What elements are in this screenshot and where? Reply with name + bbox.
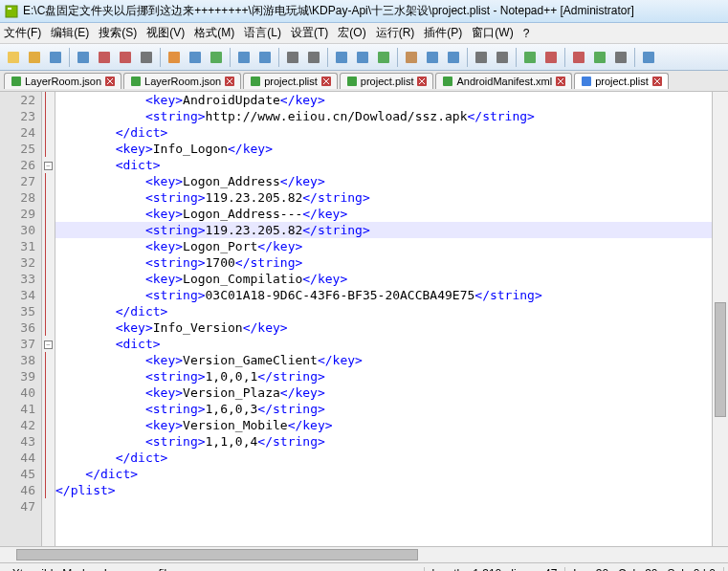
code-line[interactable]: </dict> xyxy=(55,450,712,466)
code-line[interactable]: <key>Info_Version</key> xyxy=(55,319,712,336)
undo-button[interactable] xyxy=(234,48,254,67)
comment-button[interactable] xyxy=(520,48,540,67)
save-all-button[interactable] xyxy=(74,48,93,67)
fold-cell[interactable] xyxy=(42,384,55,401)
code-line[interactable]: <dict> xyxy=(55,336,712,352)
tab[interactable]: project.plist xyxy=(340,73,434,89)
find-button[interactable] xyxy=(283,48,302,67)
code-line[interactable]: <string>1,0,0,1</string> xyxy=(55,368,712,384)
print-button[interactable] xyxy=(137,48,156,67)
fold-cell[interactable]: − xyxy=(42,336,55,352)
fold-cell[interactable] xyxy=(42,238,55,254)
new-button[interactable] xyxy=(4,48,23,67)
uncomment-button[interactable] xyxy=(541,48,561,67)
tab[interactable]: AndroidManifest.xml xyxy=(435,73,572,89)
code-line[interactable]: <key>Logon_Address---</key> xyxy=(55,206,712,222)
code-line[interactable]: <key>Logon_Port</key> xyxy=(55,238,712,254)
fold-cell[interactable] xyxy=(42,319,55,336)
code-line[interactable]: <key>Logon_Address</key> xyxy=(55,173,712,189)
replace-button[interactable] xyxy=(304,48,323,67)
indent-button[interactable] xyxy=(444,48,463,67)
code-line[interactable]: </dict> xyxy=(55,466,712,482)
fold-cell[interactable] xyxy=(42,189,55,206)
record-button[interactable] xyxy=(569,48,588,67)
horizontal-scrollbar[interactable] xyxy=(0,546,728,562)
tab[interactable]: LayerRoom.json xyxy=(4,73,121,89)
code-line[interactable]: <string>03C01A18-9D6C-43F6-BF35-20ACCBA4… xyxy=(55,287,712,303)
fold-cell[interactable] xyxy=(42,352,55,368)
code-line[interactable]: <key>Version_GameClient</key> xyxy=(55,352,712,368)
cut-button[interactable] xyxy=(165,48,184,67)
fold-minus-icon[interactable]: − xyxy=(44,162,53,170)
fold-cell[interactable] xyxy=(42,417,55,433)
redo-button[interactable] xyxy=(255,48,275,67)
menu-item[interactable]: 格式(M) xyxy=(194,25,234,41)
sync-button[interactable] xyxy=(374,48,393,67)
vertical-scrollbar-thumb[interactable] xyxy=(715,302,726,417)
menu-item[interactable]: 语言(L) xyxy=(244,25,281,41)
code-area[interactable]: <key>AndroidUpdate</key> <string>http://… xyxy=(55,92,712,546)
code-line[interactable]: <string>1700</string> xyxy=(55,254,712,271)
paste-button[interactable] xyxy=(207,48,226,67)
fold-cell[interactable] xyxy=(42,141,55,157)
horizontal-scrollbar-thumb[interactable] xyxy=(16,549,418,560)
menu-item[interactable]: 运行(R) xyxy=(376,25,415,41)
fold-cell[interactable] xyxy=(42,271,55,287)
menu-item[interactable]: 搜索(S) xyxy=(99,25,137,41)
code-line[interactable]: <key>Version_Mobile</key> xyxy=(55,417,712,433)
fold-cell[interactable] xyxy=(42,124,55,141)
fold-cell[interactable] xyxy=(42,173,55,189)
play-button[interactable] xyxy=(590,48,609,67)
show-all-button[interactable] xyxy=(423,48,442,67)
code-line[interactable]: <string>119.23.205.82</string> xyxy=(55,189,712,206)
fold-cell[interactable] xyxy=(42,92,55,108)
close-all-button[interactable] xyxy=(116,48,135,67)
fold-cell[interactable] xyxy=(42,108,55,124)
wrap-button[interactable] xyxy=(402,48,421,67)
fold-cell[interactable]: − xyxy=(42,157,55,173)
code-line[interactable]: <key>Info_Logon</key> xyxy=(55,141,712,157)
fold-cell[interactable] xyxy=(42,401,55,417)
code-line[interactable]: <string>1,6,0,3</string> xyxy=(55,401,712,417)
fold-cell[interactable] xyxy=(42,433,55,450)
menu-item[interactable]: 宏(O) xyxy=(338,25,365,41)
fold-cell[interactable] xyxy=(42,206,55,222)
menu-item[interactable]: 文件(F) xyxy=(4,25,41,41)
unfold-button[interactable] xyxy=(493,48,512,67)
code-line[interactable]: <dict> xyxy=(55,157,712,173)
code-line[interactable]: </dict> xyxy=(55,303,712,319)
code-line[interactable]: <string>1,1,0,4</string> xyxy=(55,433,712,450)
fold-minus-icon[interactable]: − xyxy=(44,340,53,349)
fold-cell[interactable] xyxy=(42,254,55,271)
code-line[interactable]: <string>http://www.eiiou.cn/Dowload/ssz.… xyxy=(55,108,712,124)
tab[interactable]: project.plist xyxy=(574,73,669,89)
open-button[interactable] xyxy=(25,48,44,67)
fold-cell[interactable] xyxy=(42,498,55,515)
code-line[interactable]: <key>Logon_Compilatio</key> xyxy=(55,271,712,287)
code-line[interactable]: <key>AndroidUpdate</key> xyxy=(55,92,712,108)
close-icon[interactable] xyxy=(225,77,234,86)
code-line[interactable] xyxy=(55,498,712,515)
fold-cell[interactable] xyxy=(42,222,55,238)
close-icon[interactable] xyxy=(105,77,115,86)
tab[interactable]: LayerRoom.json xyxy=(123,73,241,89)
code-line[interactable]: </plist> xyxy=(55,482,712,498)
close-icon[interactable] xyxy=(556,77,565,86)
zoom-in-button[interactable] xyxy=(332,48,351,67)
menu-item[interactable]: ? xyxy=(523,27,530,40)
close-icon[interactable] xyxy=(652,77,662,86)
fold-cell[interactable] xyxy=(42,450,55,466)
fold-cell[interactable] xyxy=(42,482,55,498)
fold-cell[interactable] xyxy=(42,368,55,384)
menu-item[interactable]: 编辑(E) xyxy=(51,25,89,41)
menu-item[interactable]: 视图(V) xyxy=(146,25,185,41)
code-line[interactable]: <key>Version_Plaza</key> xyxy=(55,384,712,401)
fold-cell[interactable] xyxy=(42,466,55,482)
menu-item[interactable]: 窗口(W) xyxy=(472,25,513,41)
fold-button[interactable] xyxy=(472,48,491,67)
zoom-out-button[interactable] xyxy=(353,48,372,67)
close-icon[interactable] xyxy=(417,77,427,86)
tab[interactable]: project.plist xyxy=(243,73,338,89)
copy-button[interactable] xyxy=(186,48,205,67)
run-button[interactable] xyxy=(639,48,658,67)
